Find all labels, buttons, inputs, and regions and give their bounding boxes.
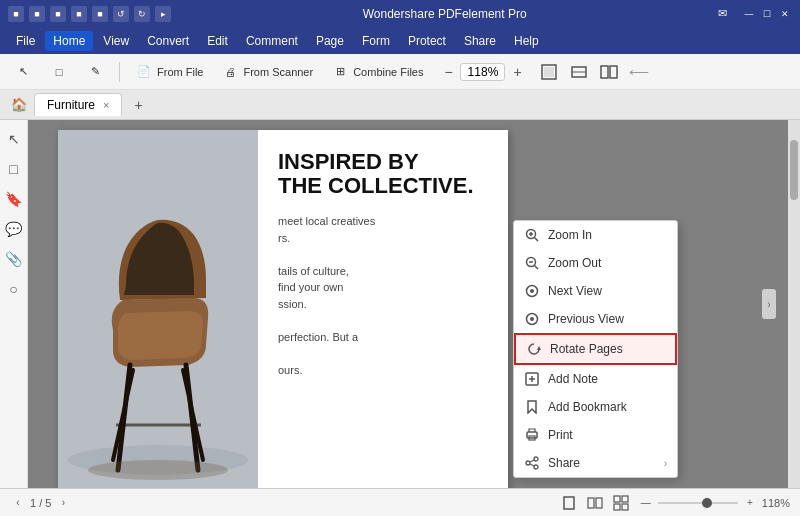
menu-page[interactable]: Page: [308, 31, 352, 51]
edit-icon: □: [50, 63, 68, 81]
sidebar-comment-icon[interactable]: 💬: [3, 218, 25, 240]
menu-protect[interactable]: Protect: [400, 31, 454, 51]
email-icon[interactable]: ✉: [718, 7, 727, 21]
pdf-headline: INSPIRED BY THE COLLECTIVE.: [278, 150, 493, 198]
svg-line-35: [530, 464, 534, 466]
add-bookmark-icon: [524, 399, 540, 415]
svg-rect-4: [601, 66, 608, 78]
ctx-add-note[interactable]: Add Note: [514, 365, 677, 393]
statusbar-zoom-value: 118%: [762, 497, 790, 509]
sidebar-cursor-icon[interactable]: ↖: [3, 128, 25, 150]
statusbar: ‹ 1 / 5 › — + 1: [0, 488, 800, 516]
fit-width-btn[interactable]: [566, 59, 592, 85]
app-icon-redo[interactable]: ↻: [134, 6, 150, 22]
pdf-headline-line2: THE COLLECTIVE.: [278, 174, 493, 198]
pdf-body-p3: tails of culture,: [278, 263, 493, 280]
svg-point-32: [526, 461, 530, 465]
ctx-add-bookmark[interactable]: Add Bookmark: [514, 393, 677, 421]
from-file-btn[interactable]: 📄 From File: [129, 60, 209, 84]
grid-view-btn[interactable]: [610, 492, 632, 514]
scanner-icon: 🖨: [221, 63, 239, 81]
zoom-value-display[interactable]: 118%: [460, 63, 505, 81]
ctx-next-view[interactable]: Next View: [514, 277, 677, 305]
pdf-body-p4: find your own: [278, 279, 493, 296]
from-scanner-btn[interactable]: 🖨 From Scanner: [215, 60, 319, 84]
ctx-zoom-in[interactable]: Zoom In: [514, 221, 677, 249]
sidebar-search-icon[interactable]: ○: [3, 278, 25, 300]
app-title: Wondershare PDFelement Pro: [363, 7, 527, 21]
ctx-prev-view[interactable]: Previous View: [514, 305, 677, 333]
next-page-btn[interactable]: ›: [55, 495, 71, 511]
sidebar-bookmark-icon[interactable]: 🔖: [3, 188, 25, 210]
sidebar-attach-icon[interactable]: 📎: [3, 248, 25, 270]
new-tab-btn[interactable]: +: [128, 95, 148, 115]
svg-rect-42: [622, 504, 628, 510]
zoom-slider[interactable]: [658, 502, 738, 504]
zoom-minus-btn[interactable]: −: [439, 63, 457, 81]
zoom-slider-thumb[interactable]: [702, 498, 712, 508]
maximize-button[interactable]: ☐: [760, 7, 774, 21]
from-scanner-label: From Scanner: [243, 66, 313, 78]
menu-file[interactable]: File: [8, 31, 43, 51]
menu-convert[interactable]: Convert: [139, 31, 197, 51]
ctx-print-label: Print: [548, 428, 573, 442]
prev-view-icon: [524, 311, 540, 327]
select-tool-btn[interactable]: ↖: [8, 60, 38, 84]
close-button[interactable]: ✕: [778, 7, 792, 21]
edit-tool-btn[interactable]: □: [44, 60, 74, 84]
right-scrollbar[interactable]: [788, 120, 800, 488]
ctx-share[interactable]: Share ›: [514, 449, 677, 477]
tab-close-btn[interactable]: ×: [103, 99, 109, 111]
statusbar-zoom-minus[interactable]: —: [638, 495, 654, 511]
fit-page-icon: [540, 63, 558, 81]
app-icon-undo[interactable]: ↺: [113, 6, 129, 22]
two-page-view-btn[interactable]: [584, 492, 606, 514]
statusbar-right: — + 118%: [558, 492, 790, 514]
ctx-add-note-label: Add Note: [548, 372, 598, 386]
ctx-rotate-pages[interactable]: Rotate Pages: [514, 333, 677, 365]
single-page-view-btn[interactable]: [558, 492, 580, 514]
app-icon-2: ■: [29, 6, 45, 22]
menu-help[interactable]: Help: [506, 31, 547, 51]
zoom-plus-btn[interactable]: +: [508, 63, 526, 81]
menu-share[interactable]: Share: [456, 31, 504, 51]
ctx-zoom-out[interactable]: Zoom Out: [514, 249, 677, 277]
combine-files-btn[interactable]: ⊞ Combine Files: [325, 60, 429, 84]
pdf-page: INSPIRED BY THE COLLECTIVE. meet local c…: [58, 130, 508, 488]
menu-comment[interactable]: Comment: [238, 31, 306, 51]
svg-rect-37: [588, 498, 594, 508]
app-icon-save[interactable]: ▸: [155, 6, 171, 22]
pdf-body-p5: ssion.: [278, 296, 493, 313]
ctx-share-label: Share: [548, 456, 580, 470]
home-tab-icon[interactable]: 🏠: [8, 94, 30, 116]
document-area: INSPIRED BY THE COLLECTIVE. meet local c…: [28, 120, 788, 488]
collapse-panel-btn[interactable]: ›: [762, 289, 776, 319]
pdf-body-p1: meet local creatives: [278, 213, 493, 230]
svg-rect-5: [610, 66, 617, 78]
two-page-btn[interactable]: [596, 59, 622, 85]
menu-home[interactable]: Home: [45, 31, 93, 51]
toolbar: ↖ □ ✎ 📄 From File 🖨 From Scanner ⊞ Combi…: [0, 54, 800, 90]
sidebar-pages-icon[interactable]: □: [3, 158, 25, 180]
app-icon-4: ■: [71, 6, 87, 22]
zoom-out-icon: [524, 255, 540, 271]
ctx-print[interactable]: Print: [514, 421, 677, 449]
statusbar-zoom-plus[interactable]: +: [742, 495, 758, 511]
scroll-thumb[interactable]: [790, 140, 798, 200]
prev-page-btn[interactable]: ‹: [10, 495, 26, 511]
titlebar-left: ■ ■ ■ ■ ■ ↺ ↻ ▸: [8, 6, 171, 22]
document-tab[interactable]: Furniture ×: [34, 93, 122, 116]
svg-line-19: [535, 266, 539, 270]
fit-page-btn[interactable]: [536, 59, 562, 85]
annotate-tool-btn[interactable]: ✎: [80, 60, 110, 84]
undo-nav-btn[interactable]: ⟵: [626, 59, 652, 85]
ctx-next-view-label: Next View: [548, 284, 602, 298]
menu-edit[interactable]: Edit: [199, 31, 236, 51]
menu-view[interactable]: View: [95, 31, 137, 51]
minimize-button[interactable]: —: [742, 7, 756, 21]
toolbar-view-buttons: ⟵: [536, 59, 652, 85]
rotate-pages-icon: [526, 341, 542, 357]
app-icon-3: ■: [50, 6, 66, 22]
menu-form[interactable]: Form: [354, 31, 398, 51]
total-pages: 5: [45, 497, 51, 509]
